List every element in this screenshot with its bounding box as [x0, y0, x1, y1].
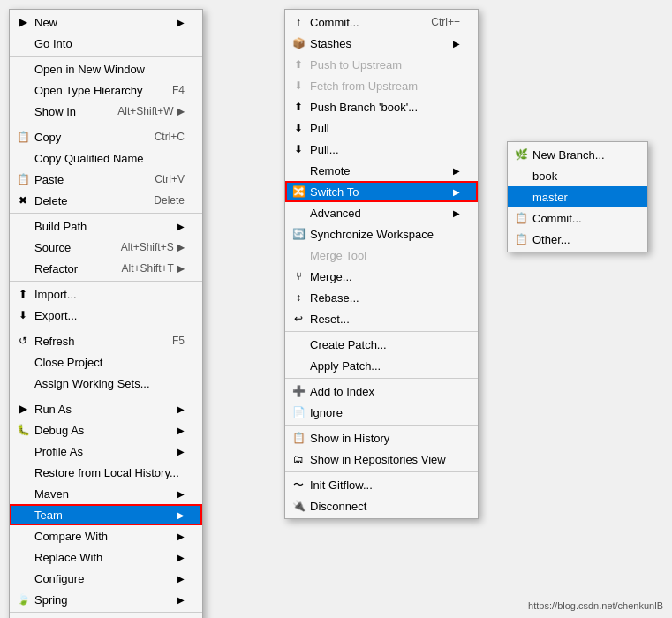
menu-item-paste[interactable]: 📋PasteCtrl+V [10, 169, 202, 190]
menu-item-new[interactable]: ▶New▶ [10, 11, 202, 33]
menu-item-showinrepo[interactable]: 🗂Show in Repositories View [285, 448, 478, 470]
new-arrow: ▶ [177, 18, 185, 27]
menu-item-spring[interactable]: 🍃Spring▶ [10, 589, 202, 610]
menu-item-buildpath[interactable]: Build Path▶ [10, 215, 202, 237]
menu-item-applypatch[interactable]: Apply Patch... [285, 355, 478, 376]
menu-item-remote[interactable]: Remote▶ [285, 160, 478, 181]
maven-arrow: ▶ [177, 489, 185, 499]
menu-item-gointo[interactable]: Go Into [10, 33, 202, 54]
menu-item-closeproject[interactable]: Close Project [10, 351, 202, 373]
menu-item-source[interactable]: SourceAlt+Shift+S ▶ [10, 237, 202, 258]
showin-icon [15, 103, 31, 119]
createpatch-icon [291, 336, 306, 352]
newbranch-label: New Branch... [532, 148, 630, 162]
import-icon: ⬆ [15, 286, 31, 302]
refactor-shortcut: Alt+Shift+T ▶ [122, 262, 185, 275]
main-context-menu: ▶New▶Go IntoOpen in New WindowOpen Type … [9, 9, 203, 618]
new-icon: ▶ [15, 14, 31, 30]
menu-item-disconnect[interactable]: 🔌Disconnect [285, 495, 478, 516]
menu-item-replacewith[interactable]: Replace With▶ [10, 546, 202, 568]
menu-item-initgitflow[interactable]: 〜Init Gitflow... [285, 474, 478, 495]
menu-item-assignworkingsets[interactable]: Assign Working Sets... [10, 373, 202, 394]
menu-separator [10, 328, 202, 328]
menu-item-commit[interactable]: ↑Commit...Ctrl++ [285, 11, 478, 33]
menu-item-advanced[interactable]: Advanced▶ [285, 202, 478, 223]
newbranch-icon: 🌿 [513, 147, 529, 162]
url-bar: https://blog.csdn.net/chenkunlB [528, 600, 663, 611]
menu-item-delete[interactable]: ✖DeleteDelete [10, 190, 202, 211]
menu-item-opentypehier[interactable]: Open Type HierarchyF4 [10, 79, 202, 101]
copy-label: Copy [34, 131, 137, 144]
menu-item-refactor[interactable]: RefactorAlt+Shift+T ▶ [10, 258, 202, 279]
fetchfromupstream-icon: ⬇ [291, 78, 306, 94]
stashes-label: Stashes [310, 37, 446, 50]
debugas-icon: 🐛 [15, 422, 31, 438]
pulldots-icon: ⬇ [291, 141, 306, 157]
menu-item-refresh[interactable]: ↺RefreshF5 [10, 330, 202, 351]
ignore-icon: 📄 [291, 404, 306, 420]
menu-item-copy[interactable]: 📋CopyCtrl+C [10, 126, 202, 147]
menu-item-runas[interactable]: ▶Run As▶ [10, 398, 202, 419]
configure-icon [15, 570, 31, 586]
menu-item-debugas[interactable]: 🐛Debug As▶ [10, 419, 202, 441]
refresh-label: Refresh [34, 335, 155, 348]
menu-item-stashes[interactable]: 📦Stashes▶ [285, 33, 478, 54]
switchto-submenu: 🌿New Branch...bookmaster📋Commit...📋Other… [507, 141, 648, 252]
menu-item-pull[interactable]: ⬇Pull [285, 117, 478, 139]
new-label: New [34, 16, 170, 29]
paste-label: Paste [34, 173, 137, 186]
menu-item-reset[interactable]: ↩Reset... [285, 308, 478, 329]
switchto-icon: 🔀 [291, 184, 306, 200]
menu-item-configure[interactable]: Configure▶ [10, 568, 202, 589]
copyqualified-label: Copy Qualified Name [34, 152, 185, 165]
menu-item-comparewith[interactable]: Compare With▶ [10, 525, 202, 546]
menu-item-commitdots[interactable]: 📋Commit... [508, 207, 647, 229]
closeproject-icon [15, 354, 31, 370]
menu-item-showin[interactable]: Show InAlt+Shift+W ▶ [10, 101, 202, 122]
menu-item-createpatch[interactable]: Create Patch... [285, 334, 478, 355]
menu-item-profileas[interactable]: Profile As▶ [10, 441, 202, 462]
menu-item-team[interactable]: Team▶ [10, 504, 202, 525]
master-icon [513, 189, 529, 205]
commit-label: Commit... [310, 16, 413, 29]
menu-item-fetchfromupstream[interactable]: ⬇Fetch from Upstream [285, 75, 478, 96]
mergetool-icon [291, 247, 306, 263]
addtoindex-label: Add to Index [310, 385, 460, 398]
applypatch-icon [291, 358, 306, 373]
menu-item-rebase[interactable]: ↕Rebase... [285, 287, 478, 308]
syncworkspace-label: Synchronize Workspace [310, 228, 460, 241]
book-icon [513, 168, 529, 184]
menu-separator [285, 331, 478, 332]
reset-icon: ↩ [291, 311, 306, 327]
runas-icon: ▶ [15, 401, 31, 417]
menu-item-maven[interactable]: Maven▶ [10, 483, 202, 504]
paste-shortcut: Ctrl+V [155, 173, 185, 185]
menu-item-other[interactable]: 📋Other... [508, 229, 647, 250]
restorefromlocal-icon [15, 464, 31, 480]
opentypehier-label: Open Type Hierarchy [34, 84, 155, 97]
menu-item-addtoindex[interactable]: ➕Add to Index [285, 381, 478, 402]
menu-item-pushtoupstream[interactable]: ⬆Push to Upstream [285, 54, 478, 75]
menu-item-openwindow[interactable]: Open in New Window [10, 58, 202, 79]
menu-item-import[interactable]: ⬆Import... [10, 283, 202, 305]
menu-item-switchto[interactable]: 🔀Switch To▶ [285, 181, 478, 202]
menu-item-copyqualified[interactable]: Copy Qualified Name [10, 147, 202, 169]
comparewith-arrow: ▶ [177, 531, 185, 541]
menu-item-pulldots[interactable]: ⬇Pull... [285, 139, 478, 160]
menu-item-validate[interactable]: ✔Validate [10, 614, 202, 618]
menu-item-pushbranch[interactable]: ⬆Push Branch 'book'... [285, 96, 478, 117]
refresh-icon: ↺ [15, 333, 31, 349]
other-icon: 📋 [513, 231, 529, 247]
menu-item-merge[interactable]: ⑂Merge... [285, 266, 478, 287]
menu-item-mergetool[interactable]: Merge Tool [285, 245, 478, 266]
menu-item-book[interactable]: book [508, 165, 647, 186]
menu-item-showinhistory[interactable]: 📋Show in History [285, 427, 478, 448]
commitdots-icon: 📋 [513, 210, 529, 226]
menu-item-restorefromlocal[interactable]: Restore from Local History... [10, 462, 202, 483]
menu-item-export[interactable]: ⬇Export... [10, 305, 202, 326]
menu-item-newbranch[interactable]: 🌿New Branch... [508, 144, 647, 165]
menu-item-ignore[interactable]: 📄Ignore [285, 402, 478, 423]
spring-label: Spring [34, 593, 170, 607]
menu-item-syncworkspace[interactable]: 🔄Synchronize Workspace [285, 223, 478, 245]
menu-item-master[interactable]: master [508, 186, 647, 207]
